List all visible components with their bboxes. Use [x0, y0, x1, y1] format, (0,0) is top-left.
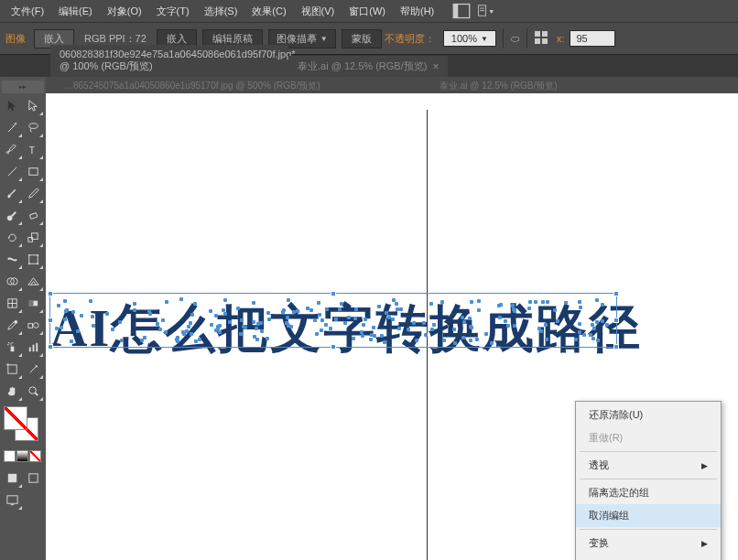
- rectangle-tool[interactable]: [23, 161, 44, 182]
- resize-handle[interactable]: [613, 318, 619, 323]
- svg-point-22: [37, 263, 38, 264]
- shape-builder-tool[interactable]: [2, 271, 23, 292]
- document-icon[interactable]: ▼: [476, 3, 494, 19]
- pencil-tool[interactable]: [23, 183, 44, 204]
- type-tool[interactable]: T: [23, 139, 44, 160]
- context-arrange[interactable]: 排列▶: [576, 555, 721, 560]
- symbol-sprayer-tool[interactable]: [2, 337, 23, 358]
- color-mode-none[interactable]: [29, 450, 41, 462]
- selection-bounding-box[interactable]: [49, 293, 617, 348]
- link-icon[interactable]: ⬭: [511, 33, 519, 45]
- svg-rect-29: [29, 301, 34, 307]
- tab-bar: 060828381f30e924e75a1a0645086e061d95f70f…: [0, 55, 738, 77]
- artboard-tool[interactable]: [2, 359, 23, 380]
- blob-brush-tool[interactable]: [2, 205, 23, 226]
- separator: [526, 28, 527, 48]
- zoom-tool[interactable]: [23, 381, 44, 402]
- menu-help[interactable]: 帮助(H): [393, 2, 441, 21]
- column-graph-tool[interactable]: [23, 337, 44, 358]
- hand-tool[interactable]: [2, 381, 23, 402]
- svg-line-43: [35, 393, 38, 395]
- opacity-label: 不透明度：: [385, 32, 435, 46]
- color-info: RGB PPI：72: [84, 32, 147, 46]
- chevron-down-icon: ▼: [481, 35, 488, 43]
- resize-handle[interactable]: [331, 291, 336, 296]
- lasso-tool[interactable]: [23, 117, 44, 138]
- eyedropper-tool[interactable]: [2, 315, 23, 336]
- selection-tool[interactable]: [2, 95, 23, 116]
- svg-rect-45: [29, 474, 38, 482]
- context-menu: 还原清除(U) 重做(R) 透视▶ 隔离选定的组 取消编组 变换▶ 排列▶ 选择…: [575, 401, 722, 560]
- menu-view[interactable]: 视图(V): [294, 2, 342, 21]
- menu-effect[interactable]: 效果(C): [244, 2, 293, 21]
- resize-handle[interactable]: [331, 344, 336, 350]
- line-tool[interactable]: [2, 161, 23, 182]
- screen-mode[interactable]: [2, 490, 23, 511]
- menu-separator: [580, 451, 717, 452]
- x-field[interactable]: 95: [570, 30, 615, 47]
- context-perspective[interactable]: 透视▶: [576, 454, 721, 477]
- close-icon[interactable]: ×: [432, 60, 439, 73]
- svg-point-10: [29, 124, 38, 129]
- perspective-grid-tool[interactable]: [23, 271, 44, 292]
- menu-edit[interactable]: 编辑(E): [51, 2, 100, 21]
- svg-point-42: [29, 387, 37, 394]
- context-transform[interactable]: 变换▶: [576, 532, 721, 555]
- resize-handle[interactable]: [48, 318, 53, 323]
- draw-mode-normal[interactable]: [2, 468, 23, 489]
- mesh-tool[interactable]: [2, 293, 23, 314]
- resize-handle[interactable]: [48, 291, 53, 296]
- svg-rect-1: [454, 5, 459, 18]
- color-mode-solid[interactable]: [4, 450, 16, 462]
- align-icon[interactable]: [535, 31, 548, 46]
- document-tab-2[interactable]: 泰业.ai @ 12.5% (RGB/预览) ×: [288, 56, 448, 77]
- svg-rect-13: [29, 168, 38, 176]
- eraser-tool[interactable]: [23, 205, 44, 226]
- menu-object[interactable]: 对象(O): [100, 2, 149, 21]
- svg-rect-37: [33, 345, 35, 352]
- document-tab-1[interactable]: 060828381f30e924e75a1a0645086e061d95f70f…: [50, 45, 288, 77]
- slice-tool[interactable]: [23, 359, 44, 380]
- context-isolate[interactable]: 隔离选定的组: [576, 481, 721, 504]
- svg-line-12: [8, 167, 16, 176]
- width-tool[interactable]: [2, 249, 23, 270]
- menu-text[interactable]: 文字(T): [149, 2, 197, 21]
- context-ungroup[interactable]: 取消编组: [576, 504, 721, 527]
- paintbrush-tool[interactable]: [2, 183, 23, 204]
- resize-handle[interactable]: [613, 344, 619, 350]
- toolbar-grip[interactable]: ▸▸: [2, 81, 44, 93]
- gradient-tool[interactable]: [23, 293, 44, 314]
- fill-stroke-swatches[interactable]: [2, 406, 44, 445]
- main-area: ▸▸ T: [0, 77, 738, 560]
- svg-point-32: [34, 323, 39, 328]
- rotate-tool[interactable]: [2, 227, 23, 248]
- context-undo[interactable]: 还原清除(U): [576, 404, 721, 426]
- svg-rect-6: [542, 31, 548, 37]
- free-transform-tool[interactable]: [23, 249, 44, 270]
- color-mode-swatches: [2, 448, 44, 464]
- scale-tool[interactable]: [23, 227, 44, 248]
- magic-wand-tool[interactable]: [2, 117, 23, 138]
- menu-window[interactable]: 窗口(W): [342, 2, 393, 21]
- svg-rect-8: [542, 38, 548, 44]
- image-label: 图像: [5, 32, 26, 46]
- svg-rect-46: [7, 496, 17, 503]
- opacity-field[interactable]: 100%▼: [443, 30, 496, 47]
- direct-selection-tool[interactable]: [23, 95, 44, 116]
- mask-button[interactable]: 蒙版: [342, 29, 382, 48]
- menu-select[interactable]: 选择(S): [197, 2, 245, 21]
- canvas-area: …865245075a1a04050860e1u95170f.jpg @ 500…: [46, 77, 738, 560]
- layout-icon[interactable]: [452, 3, 471, 19]
- color-mode-gradient[interactable]: [16, 450, 28, 462]
- draw-mode-behind[interactable]: [23, 468, 44, 489]
- svg-point-9: [15, 123, 16, 124]
- svg-rect-38: [36, 343, 38, 351]
- resize-handle[interactable]: [48, 344, 53, 350]
- menu-file[interactable]: 文件(F): [4, 2, 51, 21]
- svg-rect-47: [11, 504, 15, 505]
- svg-rect-36: [29, 348, 31, 352]
- blend-tool[interactable]: [23, 315, 44, 336]
- resize-handle[interactable]: [613, 291, 619, 296]
- fill-swatch[interactable]: [4, 406, 27, 430]
- pen-tool[interactable]: [2, 139, 23, 160]
